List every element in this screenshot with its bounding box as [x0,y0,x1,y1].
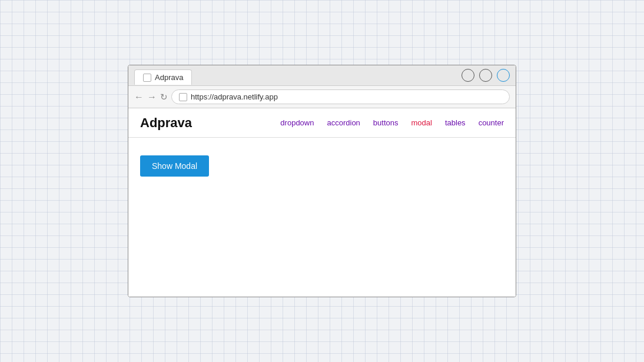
nav-link-modal[interactable]: modal [411,118,432,127]
app-navbar: Adprava dropdown accordion buttons modal… [128,108,516,138]
window-btn-1[interactable] [462,69,474,82]
nav-link-dropdown[interactable]: dropdown [280,118,314,127]
refresh-button[interactable]: ↻ [160,92,168,102]
nav-link-counter[interactable]: counter [479,118,504,127]
browser-tab[interactable]: Adprava [134,69,192,85]
nav-links: dropdown accordion buttons modal tables … [280,118,504,127]
nav-link-accordion[interactable]: accordion [327,118,360,127]
url-bar[interactable]: https://adprava.netlify.app [171,89,510,104]
url-page-icon [179,93,187,101]
nav-link-buttons[interactable]: buttons [373,118,399,127]
tab-bar: Adprava [128,65,516,86]
nav-bar: ← → ↻ https://adprava.netlify.app [128,86,516,108]
nav-link-tables[interactable]: tables [445,118,466,127]
window-controls [462,69,510,85]
tab-title: Adprava [155,73,183,82]
window-btn-3[interactable] [497,69,510,82]
forward-button[interactable]: → [147,92,157,102]
window-btn-2[interactable] [479,69,492,82]
tab-page-icon [143,74,151,82]
app-brand: Adprava [140,115,192,131]
url-text: https://adprava.netlify.app [191,92,278,101]
show-modal-button[interactable]: Show Modal [140,155,209,177]
back-button[interactable]: ← [134,92,144,102]
browser-window: Adprava ← → ↻ https://adprava.netlify.ap… [128,65,516,297]
app-content: Show Modal [128,138,516,297]
